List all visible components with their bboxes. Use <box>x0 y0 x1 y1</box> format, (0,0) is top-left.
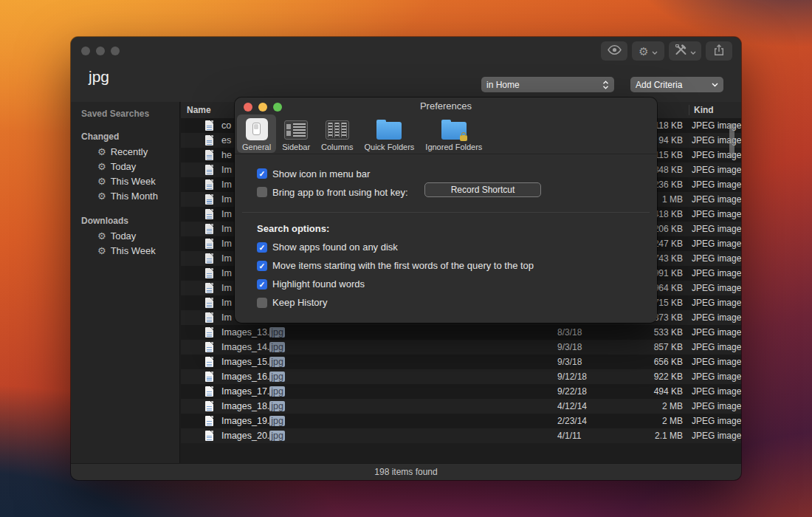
table-row[interactable]: Images_19.jpg2/23/142 MBJPEG image <box>181 414 741 428</box>
option-checkbox[interactable]: ✓ <box>257 261 267 271</box>
chevron-down-icon <box>690 46 696 57</box>
file-date: 4/1/11 <box>557 428 581 443</box>
document-icon <box>205 431 213 441</box>
show-icon-checkbox[interactable]: ✓ <box>257 168 267 179</box>
highlighted-match: jpg <box>269 342 285 352</box>
status-bar: 198 items found <box>71 463 741 480</box>
file-size: 991 KB <box>654 266 683 281</box>
option-checkbox[interactable] <box>257 298 267 308</box>
minimize-button[interactable] <box>258 103 267 112</box>
table-row[interactable]: Images_18.jpg4/12/142 MBJPEG image <box>181 399 741 414</box>
option-checkbox[interactable]: ✓ <box>257 279 267 290</box>
tab-quick-folders[interactable]: Quick Folders <box>359 114 419 153</box>
scrollbar-thumb[interactable] <box>729 123 734 157</box>
file-kind: JPEG image <box>692 295 741 310</box>
eye-icon <box>608 45 622 57</box>
file-kind: JPEG image <box>692 428 741 443</box>
file-name: he <box>221 148 232 162</box>
preview-button[interactable] <box>601 41 627 61</box>
table-row[interactable]: Images_16.jpg9/12/18922 KBJPEG image <box>181 369 741 384</box>
file-kind: JPEG image <box>692 162 741 177</box>
file-size: 857 KB <box>654 340 683 355</box>
highlighted-match: jpg <box>269 327 285 338</box>
document-icon <box>205 283 213 293</box>
tab-sidebar[interactable]: Sidebar <box>277 114 315 153</box>
file-size: 922 KB <box>654 369 683 384</box>
tab-label: Columns <box>321 143 353 151</box>
add-criteria-dropdown[interactable]: Add Criteria <box>630 77 723 92</box>
file-size: 94 KB <box>658 133 683 148</box>
tab-columns[interactable]: Columns <box>316 114 358 153</box>
sidebar-item-label: Today <box>111 230 137 242</box>
file-name: Images_16.jpg <box>221 369 285 384</box>
share-icon <box>714 44 724 58</box>
zoom-button[interactable] <box>111 47 120 55</box>
document-icon <box>205 312 213 323</box>
sidebar-item-downloads-this-week[interactable]: ⚙This Week <box>71 243 179 258</box>
show-icon-row: ✓ Show icon in menu bar <box>257 167 370 180</box>
search-scope-select[interactable]: in Home <box>481 77 614 92</box>
file-size: 373 KB <box>654 310 683 325</box>
dialog-window-controls <box>244 103 282 112</box>
file-size: 494 KB <box>654 384 683 399</box>
up-down-chevrons-icon <box>602 81 609 89</box>
file-size: 2 MB <box>662 399 683 414</box>
file-size: 115 KB <box>655 148 683 162</box>
table-row[interactable]: Images_20.jpg4/1/112.1 MBJPEG image <box>181 428 741 443</box>
highlighted-match: jpg <box>269 431 285 441</box>
table-row[interactable]: Images_17.jpg9/22/18494 KBJPEG image <box>181 384 741 399</box>
sidebar-item-changed-this-week[interactable]: ⚙This Week <box>71 174 179 188</box>
option-checkbox[interactable]: ✓ <box>257 242 267 253</box>
tab-label: Ignored Folders <box>425 143 482 151</box>
document-icon <box>205 135 213 145</box>
sidebar-item-downloads-today[interactable]: ⚙Today <box>71 228 179 243</box>
zoom-button[interactable] <box>273 103 282 112</box>
document-icon <box>205 239 213 249</box>
toolbar: ⚙ <box>601 41 732 61</box>
hotkey-row: Bring app to front using hot key: <box>257 185 408 199</box>
highlighted-match: jpg <box>269 372 285 382</box>
file-name: Im <box>221 222 232 236</box>
tools-menu-button[interactable] <box>669 41 701 61</box>
file-name: Images_13.jpg <box>221 325 285 340</box>
share-button[interactable] <box>706 41 732 61</box>
smart-folder-gear-icon: ⚙ <box>97 191 106 201</box>
option-row-keep-history: Keep History <box>257 293 648 312</box>
sidebar-item-label: Today <box>111 161 137 172</box>
tools-icon <box>675 44 687 58</box>
scope-value: in Home <box>486 80 520 90</box>
table-row[interactable]: Images_15.jpg9/3/18656 KBJPEG image <box>181 355 741 369</box>
sidebar-item-changed-recently[interactable]: ⚙Recently <box>71 144 179 159</box>
sidebar-section-label: Downloads <box>81 216 179 226</box>
sidebar-item-label: Recently <box>111 146 148 157</box>
tab-ignored-folders[interactable]: Ignored Folders <box>420 114 487 153</box>
gear-icon: ⚙ <box>639 46 648 57</box>
hotkey-checkbox[interactable] <box>257 187 267 197</box>
minimize-button[interactable] <box>96 47 105 55</box>
sidebar-item-label: This Week <box>111 245 156 256</box>
option-label: Move items starting with the first words… <box>272 260 534 271</box>
actions-menu-button[interactable]: ⚙ <box>632 41 664 61</box>
file-size: 743 KB <box>654 251 683 266</box>
file-size: 964 KB <box>654 281 683 295</box>
file-size: 206 KB <box>654 222 683 236</box>
record-shortcut-button[interactable]: Record Shortcut <box>424 182 541 197</box>
sidebar-item-changed-today[interactable]: ⚙Today <box>71 159 179 174</box>
option-row-move-items-starting-with-the-f: ✓Move items starting with the first word… <box>257 256 648 275</box>
table-row[interactable]: Images_14.jpg9/3/18857 KBJPEG image <box>181 340 741 355</box>
file-kind: JPEG image <box>692 251 741 266</box>
sidebar-item-label: This Week <box>111 176 156 187</box>
file-date: 8/3/18 <box>557 325 582 340</box>
column-header-name[interactable]: Name <box>187 102 211 118</box>
table-row[interactable]: Images_13.jpg8/3/18533 KBJPEG image <box>181 325 741 340</box>
column-header-kind[interactable]: Kind <box>694 102 714 118</box>
file-kind: JPEG image <box>692 384 741 399</box>
file-name: Images_18.jpg <box>221 399 285 414</box>
sidebar-item-changed-this-month[interactable]: ⚙This Month <box>71 188 179 203</box>
tab-general[interactable]: General <box>237 114 276 153</box>
preferences-dialog: Preferences GeneralSidebarColumnsQuick F… <box>235 97 657 323</box>
columns-icon <box>326 117 349 141</box>
sidebar-title: Saved Searches <box>81 109 179 119</box>
close-button[interactable] <box>244 103 252 112</box>
close-button[interactable] <box>81 47 90 55</box>
